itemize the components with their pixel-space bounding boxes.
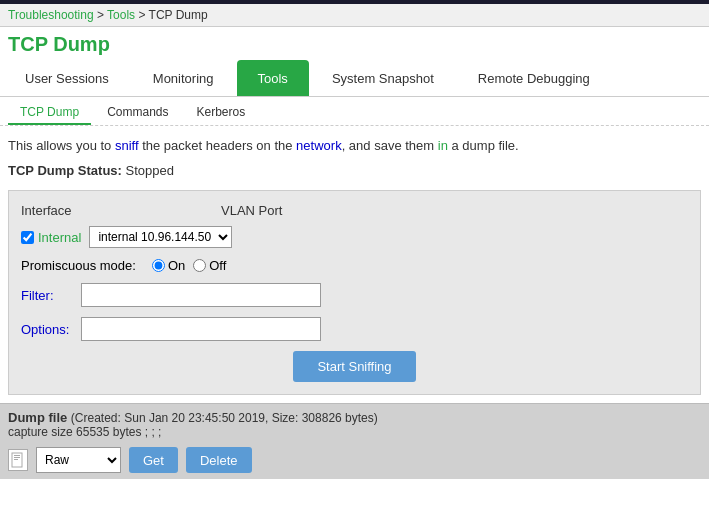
delete-button[interactable]: Delete <box>186 447 252 473</box>
breadcrumb-sep2: > <box>138 8 148 22</box>
format-select[interactable]: RawWireshark <box>36 447 121 473</box>
filter-input[interactable] <box>81 283 321 307</box>
breadcrumb-tools[interactable]: Tools <box>107 8 135 22</box>
dump-controls: RawWireshark Get Delete <box>8 445 701 473</box>
tab-system-snapshot[interactable]: System Snapshot <box>311 60 455 96</box>
status-label: TCP Dump Status: <box>8 163 122 178</box>
radio-on: On <box>152 258 185 273</box>
main-tabs: User Sessions Monitoring Tools System Sn… <box>0 60 709 97</box>
filter-row: Filter: <box>21 283 688 307</box>
filter-label: Filter: <box>21 288 81 303</box>
radio-on-input[interactable] <box>152 259 165 272</box>
interface-header: Interface <box>21 203 221 218</box>
dump-file-icon <box>8 449 28 471</box>
start-sniffing-button[interactable]: Start Sniffing <box>293 351 415 382</box>
radio-off-input[interactable] <box>193 259 206 272</box>
breadcrumb-sep1: > <box>97 8 107 22</box>
tab-user-sessions[interactable]: User Sessions <box>4 60 130 96</box>
radio-on-label: On <box>168 258 185 273</box>
interface-row: Internal internal 10.96.144.50 <box>21 226 688 248</box>
tab-tools[interactable]: Tools <box>237 60 309 96</box>
options-row: Options: <box>21 317 688 341</box>
start-btn-container: Start Sniffing <box>21 351 688 382</box>
status-value: Stopped <box>126 163 174 178</box>
dump-title-row: Dump file (Created: Sun Jan 20 23:45:50 … <box>8 410 701 425</box>
subtab-commands[interactable]: Commands <box>95 101 180 125</box>
dump-section: Dump file (Created: Sun Jan 20 23:45:50 … <box>0 403 709 479</box>
promiscuous-label: Promiscuous mode: <box>21 258 136 273</box>
subtab-kerberos[interactable]: Kerberos <box>185 101 258 125</box>
radio-off-label: Off <box>209 258 226 273</box>
content-area: This allows you to sniff the packet head… <box>0 126 709 403</box>
dump-capture-info: capture size 65535 bytes ; ; ; <box>8 425 701 439</box>
dump-title-text: Dump file <box>8 410 67 425</box>
svg-rect-1 <box>14 455 20 456</box>
interface-name-label: Internal <box>38 230 81 245</box>
options-input[interactable] <box>81 317 321 341</box>
promiscuous-row: Promiscuous mode: On Off <box>21 258 688 273</box>
form-headers: Interface VLAN Port <box>21 203 688 218</box>
radio-group: On Off <box>152 258 226 273</box>
interface-select[interactable]: internal 10.96.144.50 <box>89 226 232 248</box>
breadcrumb: Troubleshooting > Tools > TCP Dump <box>0 4 709 27</box>
file-icon <box>11 452 25 468</box>
breadcrumb-troubleshooting[interactable]: Troubleshooting <box>8 8 94 22</box>
tab-monitoring[interactable]: Monitoring <box>132 60 235 96</box>
dump-meta: (Created: Sun Jan 20 23:45:50 2019, Size… <box>71 411 378 425</box>
tab-remote-debugging[interactable]: Remote Debugging <box>457 60 611 96</box>
radio-off: Off <box>193 258 226 273</box>
breadcrumb-current: TCP Dump <box>149 8 208 22</box>
get-button[interactable]: Get <box>129 447 178 473</box>
description-text: This allows you to sniff the packet head… <box>8 138 701 153</box>
sub-tabs: TCP Dump Commands Kerberos <box>0 97 709 126</box>
form-area: Interface VLAN Port Internal internal 10… <box>8 190 701 395</box>
interface-checkbox[interactable] <box>21 231 34 244</box>
svg-rect-3 <box>14 459 18 460</box>
svg-rect-2 <box>14 457 20 458</box>
status-line: TCP Dump Status: Stopped <box>8 163 701 178</box>
page-title: TCP Dump <box>0 27 709 60</box>
vlan-port-header: VLAN Port <box>221 203 282 218</box>
options-label: Options: <box>21 322 81 337</box>
subtab-tcp-dump[interactable]: TCP Dump <box>8 101 91 125</box>
